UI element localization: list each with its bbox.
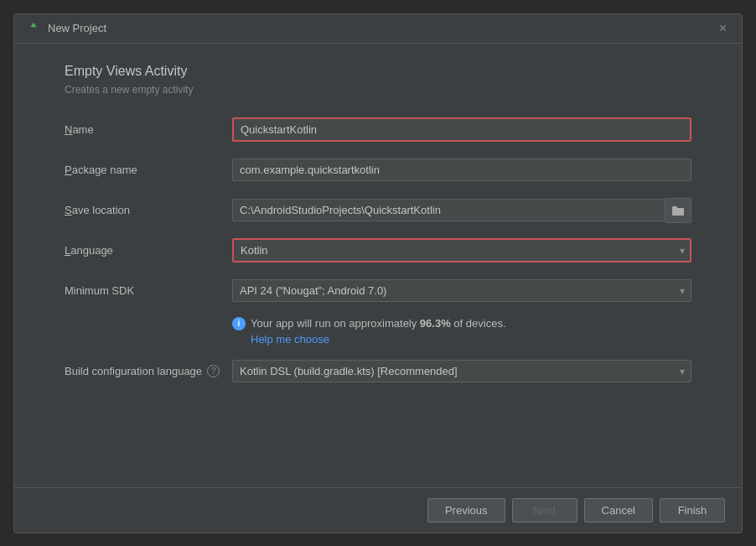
svg-rect-2 bbox=[672, 206, 677, 209]
save-location-input[interactable] bbox=[232, 199, 665, 221]
min-sdk-select-wrap: API 24 ("Nougat"; Android 7.0) API 21 (A… bbox=[232, 279, 691, 302]
title-bar: New Project × bbox=[14, 14, 742, 44]
next-button[interactable]: Next bbox=[512, 498, 577, 523]
info-percent: 96.3% bbox=[420, 317, 451, 330]
save-location-control bbox=[232, 198, 691, 223]
browse-folder-button[interactable] bbox=[665, 198, 691, 223]
finish-button[interactable]: Finish bbox=[660, 498, 725, 523]
cancel-button[interactable]: Cancel bbox=[584, 498, 653, 523]
info-text: Your app will run on approximately 96.3%… bbox=[251, 317, 506, 330]
dialog-footer: Previous Next Cancel Finish bbox=[14, 487, 742, 533]
language-control: Kotlin Java ▾ bbox=[232, 238, 691, 263]
name-input[interactable] bbox=[232, 117, 691, 142]
build-config-label-group: Build configuration language ? bbox=[65, 365, 232, 377]
close-button[interactable]: × bbox=[716, 22, 730, 35]
title-bar-left: New Project bbox=[26, 21, 106, 36]
previous-button[interactable]: Previous bbox=[427, 498, 505, 523]
name-label: Name bbox=[65, 123, 232, 136]
name-row: Name bbox=[65, 116, 691, 144]
build-config-select[interactable]: Kotlin DSL (build.gradle.kts) [Recommend… bbox=[232, 360, 691, 382]
save-location-input-group bbox=[232, 198, 691, 223]
package-control bbox=[232, 159, 691, 181]
build-config-row: Build configuration language ? Kotlin DS… bbox=[65, 357, 691, 386]
language-row: Language Kotlin Java ▾ bbox=[65, 237, 691, 265]
info-row: i Your app will run on approximately 96.… bbox=[232, 317, 691, 346]
svg-marker-0 bbox=[30, 22, 36, 26]
dialog-content: Empty Views Activity Creates a new empty… bbox=[14, 44, 742, 487]
section-title: Empty Views Activity bbox=[65, 64, 691, 79]
svg-rect-1 bbox=[672, 208, 684, 216]
folder-icon bbox=[672, 205, 684, 216]
min-sdk-label: Minimum SDK bbox=[65, 284, 232, 297]
new-project-dialog: New Project × Empty Views Activity Creat… bbox=[13, 13, 743, 533]
package-row: Package name bbox=[65, 156, 691, 185]
help-me-choose-link[interactable]: Help me choose bbox=[251, 333, 691, 346]
android-icon bbox=[26, 21, 41, 36]
package-input[interactable] bbox=[232, 159, 691, 181]
save-location-row: Save location bbox=[65, 196, 691, 225]
min-sdk-select[interactable]: API 24 ("Nougat"; Android 7.0) API 21 (A… bbox=[232, 279, 691, 302]
language-select-wrap: Kotlin Java ▾ bbox=[232, 238, 691, 263]
save-location-label: Save location bbox=[65, 204, 232, 216]
info-line: i Your app will run on approximately 96.… bbox=[232, 317, 691, 330]
min-sdk-row: Minimum SDK API 24 ("Nougat"; Android 7.… bbox=[65, 277, 691, 305]
name-control bbox=[232, 117, 691, 142]
min-sdk-control: API 24 ("Nougat"; Android 7.0) API 21 (A… bbox=[232, 279, 691, 302]
language-select[interactable]: Kotlin Java bbox=[232, 238, 691, 263]
dialog-title: New Project bbox=[48, 22, 106, 34]
build-config-label: Build configuration language ? bbox=[65, 365, 232, 377]
build-config-select-wrap: Kotlin DSL (build.gradle.kts) [Recommend… bbox=[232, 360, 691, 382]
language-label: Language bbox=[65, 244, 232, 257]
info-icon: i bbox=[232, 317, 246, 330]
build-config-control: Kotlin DSL (build.gradle.kts) [Recommend… bbox=[232, 360, 691, 382]
build-config-help-icon[interactable]: ? bbox=[207, 365, 220, 377]
package-label: Package name bbox=[65, 164, 232, 176]
section-subtitle: Creates a new empty activity bbox=[65, 84, 691, 96]
